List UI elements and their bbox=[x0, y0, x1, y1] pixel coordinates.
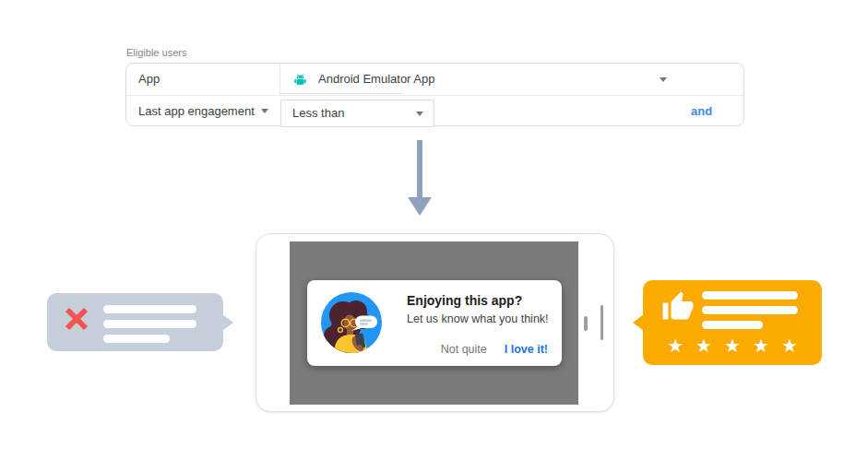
caret-down-icon bbox=[261, 109, 268, 113]
placeholder-line bbox=[103, 305, 196, 313]
app-select-dropdown[interactable]: Android Emulator App bbox=[280, 64, 714, 95]
placeholder-line bbox=[702, 306, 798, 314]
condition-field-dropdown[interactable]: Last app engagement bbox=[126, 96, 279, 126]
negative-feedback-bubble bbox=[47, 293, 223, 351]
placeholder-line bbox=[702, 321, 763, 329]
phone-camera-icon bbox=[584, 316, 588, 331]
condition-field-label: Last app engagement bbox=[138, 96, 255, 126]
bubble-tail bbox=[222, 314, 233, 331]
thumb-up-icon bbox=[661, 290, 695, 327]
operator-value: Less than bbox=[292, 100, 344, 126]
i-love-it-button[interactable]: I love it! bbox=[505, 343, 548, 356]
flow-arrow-head-icon bbox=[408, 197, 432, 216]
dialog-title: Enjoying this app? bbox=[407, 293, 522, 308]
audience-form: App Android Emulator App bbox=[125, 63, 744, 126]
dialog-actions: Not quite I love it! bbox=[441, 343, 548, 356]
android-icon bbox=[293, 73, 307, 90]
dialog-subtitle: Let us know what you think! bbox=[407, 312, 549, 325]
flow-arrow bbox=[417, 140, 422, 198]
placeholder-line bbox=[103, 320, 196, 328]
bubble-tail bbox=[633, 314, 644, 331]
phone-mockup: Enjoying this app? Let us know what you … bbox=[256, 233, 614, 412]
placeholder-line bbox=[103, 335, 170, 343]
app-field-label: App bbox=[138, 64, 160, 95]
x-mark-icon bbox=[64, 306, 89, 335]
app-row: App Android Emulator App bbox=[126, 64, 743, 96]
page: Eligible users App bbox=[0, 0, 868, 459]
not-quite-button[interactable]: Not quite bbox=[441, 343, 487, 356]
positive-feedback-bubble: ★★★★★ bbox=[643, 280, 822, 365]
caret-down-icon bbox=[660, 77, 667, 82]
in-app-message-dialog: Enjoying this app? Let us know what you … bbox=[307, 280, 562, 366]
app-name: Android Emulator App bbox=[318, 64, 434, 95]
eligible-users-label: Eligible users bbox=[126, 47, 186, 58]
placeholder-line bbox=[702, 291, 798, 300]
operator-dropdown[interactable]: Less than bbox=[280, 100, 434, 127]
phone-speaker-icon bbox=[600, 305, 603, 340]
rating-stars-icon: ★★★★★ bbox=[643, 334, 822, 358]
avatar bbox=[321, 292, 382, 353]
caret-down-icon bbox=[416, 112, 423, 116]
and-condition-link[interactable]: and bbox=[691, 96, 712, 126]
condition-row: Last app engagement Less than and bbox=[126, 96, 743, 126]
